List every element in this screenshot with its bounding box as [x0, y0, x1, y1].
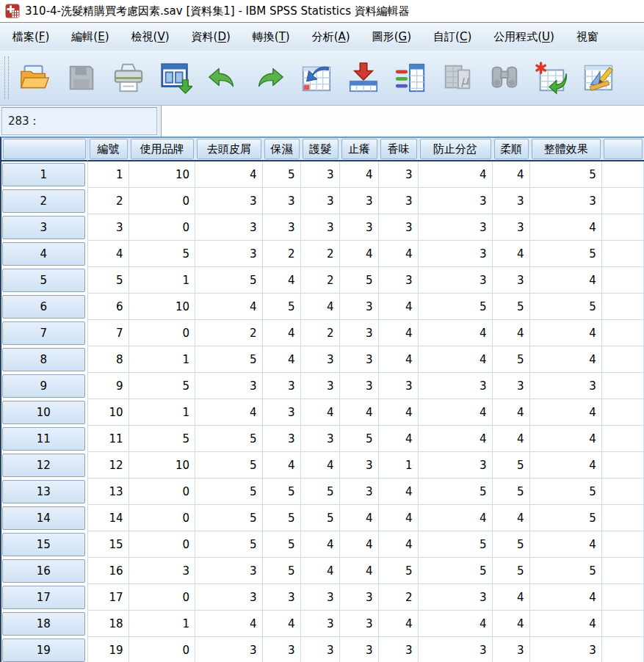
cell-r12-partial[interactable]	[602, 452, 644, 479]
cell-r15-c4[interactable]: 5	[263, 531, 301, 558]
cell-r8-c6[interactable]: 3	[340, 346, 379, 373]
cell-r9-c8[interactable]: 3	[419, 373, 493, 399]
cell-r6-c3[interactable]: 4	[195, 294, 263, 320]
cell-r15-c9[interactable]: 5	[493, 531, 530, 558]
cell-r13-c1[interactable]: 13	[87, 479, 129, 505]
cell-r19-c7[interactable]: 3	[379, 637, 419, 662]
cell-r13-c3[interactable]: 5	[195, 479, 263, 505]
cell-r19-c3[interactable]: 3	[195, 637, 263, 662]
menu-item-transform[interactable]: 轉換(T)	[242, 23, 301, 51]
menu-item-utilities[interactable]: 公用程式(U)	[482, 23, 565, 51]
cell-r2-c8[interactable]: 3	[419, 188, 493, 214]
cell-r2-c3[interactable]: 3	[195, 188, 263, 214]
cell-r14-c6[interactable]: 4	[340, 505, 379, 531]
cell-r4-c10[interactable]: 5	[530, 241, 602, 267]
menu-item-window[interactable]: 視窗	[565, 23, 609, 51]
cell-r1-c1[interactable]: 1	[87, 161, 129, 188]
cell-r9-partial[interactable]	[602, 373, 644, 399]
column-header-3[interactable]: 去頭皮屑	[195, 138, 263, 161]
cell-r18-c8[interactable]: 4	[419, 611, 493, 637]
row-header-15[interactable]: 15	[1, 531, 87, 558]
cell-r11-c4[interactable]: 3	[263, 426, 301, 452]
cell-r8-c2[interactable]: 1	[129, 346, 196, 373]
cell-r13-partial[interactable]	[602, 479, 644, 505]
cell-r3-c2[interactable]: 0	[129, 214, 196, 241]
goto-variable-button[interactable]	[344, 57, 383, 99]
cell-r19-c9[interactable]: 3	[493, 637, 530, 662]
cell-r1-c5[interactable]: 3	[301, 161, 340, 188]
variables-button[interactable]	[391, 57, 430, 99]
cell-r1-c10[interactable]: 5	[530, 161, 602, 188]
cell-r18-c7[interactable]: 4	[379, 611, 419, 637]
cell-r6-c4[interactable]: 5	[263, 294, 301, 320]
cell-r13-c10[interactable]: 5	[530, 479, 602, 505]
cell-r3-c1[interactable]: 3	[87, 214, 129, 241]
corner-cell[interactable]	[1, 138, 87, 161]
row-header-17[interactable]: 17	[1, 584, 87, 611]
cell-r10-c3[interactable]: 4	[195, 399, 263, 426]
column-header-4[interactable]: 保濕	[263, 138, 301, 161]
cell-r10-c7[interactable]: 4	[379, 399, 419, 426]
cell-r5-c2[interactable]: 1	[129, 267, 196, 294]
cell-r5-c4[interactable]: 4	[263, 267, 301, 294]
redo-button[interactable]	[250, 57, 289, 99]
row-header-11[interactable]: 11	[1, 426, 87, 452]
row-header-3[interactable]: 3	[1, 214, 87, 241]
cell-r1-c9[interactable]: 4	[493, 161, 530, 188]
cell-r14-c3[interactable]: 5	[195, 505, 263, 531]
row-header-9[interactable]: 9	[1, 373, 87, 399]
cell-r6-c2[interactable]: 10	[129, 294, 196, 320]
column-header-6[interactable]: 止癢	[340, 138, 379, 161]
cell-r10-c8[interactable]: 4	[419, 399, 493, 426]
cell-r18-c2[interactable]: 1	[129, 611, 196, 637]
row-header-8[interactable]: 8	[1, 346, 87, 373]
cell-r16-c8[interactable]: 5	[419, 558, 493, 584]
cell-r2-c2[interactable]: 0	[129, 188, 196, 214]
cell-r6-c7[interactable]: 4	[379, 294, 419, 320]
cell-r3-partial[interactable]	[602, 214, 644, 241]
cell-r15-c1[interactable]: 15	[87, 531, 129, 558]
cell-r3-c6[interactable]: 3	[340, 214, 379, 241]
cell-r9-c10[interactable]: 3	[530, 373, 602, 399]
menu-item-analyze[interactable]: 分析(A)	[301, 23, 361, 51]
cell-r8-partial[interactable]	[602, 346, 644, 373]
row-header-13[interactable]: 13	[1, 479, 87, 505]
cell-r4-c2[interactable]: 5	[129, 241, 196, 267]
cell-r13-c6[interactable]: 3	[340, 479, 379, 505]
column-header-1[interactable]: 編號	[87, 138, 129, 161]
cell-r5-c7[interactable]: 3	[379, 267, 419, 294]
cell-r15-c2[interactable]: 0	[129, 531, 196, 558]
cell-r18-c6[interactable]: 3	[340, 611, 379, 637]
cell-r3-c7[interactable]: 3	[379, 214, 419, 241]
cell-r18-c10[interactable]: 4	[530, 611, 602, 637]
row-header-2[interactable]: 2	[1, 188, 87, 214]
cell-r10-c5[interactable]: 4	[301, 399, 340, 426]
cell-r2-c9[interactable]: 3	[493, 188, 530, 214]
cell-r19-c1[interactable]: 19	[87, 637, 129, 662]
cell-r2-c4[interactable]: 3	[263, 188, 301, 214]
cell-edit-field[interactable]	[161, 106, 644, 137]
cell-r5-c8[interactable]: 3	[419, 267, 493, 294]
cell-r13-c9[interactable]: 5	[493, 479, 530, 505]
cell-r15-c7[interactable]: 4	[379, 531, 419, 558]
cell-r6-c5[interactable]: 4	[301, 294, 340, 320]
cell-r4-partial[interactable]	[602, 241, 644, 267]
cell-r1-c4[interactable]: 5	[263, 161, 301, 188]
cell-r5-partial[interactable]	[602, 267, 644, 294]
cell-r11-partial[interactable]	[602, 426, 644, 452]
cell-r12-c1[interactable]: 12	[87, 452, 129, 479]
cell-r18-c9[interactable]: 4	[493, 611, 530, 637]
cell-r3-c3[interactable]: 3	[195, 214, 263, 241]
cell-r15-c10[interactable]: 4	[530, 531, 602, 558]
cell-r11-c8[interactable]: 4	[419, 426, 493, 452]
cell-r7-c6[interactable]: 3	[340, 320, 379, 346]
cell-r12-c10[interactable]: 4	[530, 452, 602, 479]
cell-r9-c1[interactable]: 9	[87, 373, 129, 399]
menu-item-graphs[interactable]: 圖形(G)	[361, 23, 422, 51]
row-header-16[interactable]: 16	[1, 558, 87, 584]
menu-item-edit[interactable]: 編輯(E)	[60, 23, 120, 51]
cell-r4-c3[interactable]: 3	[195, 241, 263, 267]
cell-r11-c7[interactable]: 4	[379, 426, 419, 452]
cell-r12-c6[interactable]: 3	[340, 452, 379, 479]
cell-r12-c3[interactable]: 5	[195, 452, 263, 479]
